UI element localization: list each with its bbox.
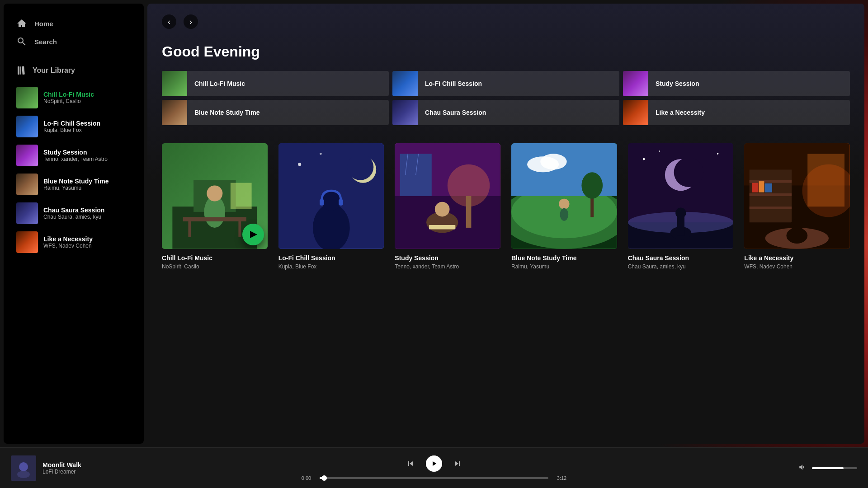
playlist-item-lofi[interactable]: Lo-Fi Chill Session Kupla, Blue Fox [11, 112, 137, 141]
svg-point-53 [659, 150, 660, 151]
svg-rect-1 [20, 66, 21, 75]
playlist-thumb-necessity [16, 231, 38, 253]
volume-fill [812, 467, 844, 469]
svg-rect-49 [677, 217, 684, 236]
player-center: 0:00 3:12 [146, 455, 722, 481]
now-playing-thumb [11, 455, 36, 481]
play-triangle [833, 235, 840, 242]
card-sub-chau: Chau Saura, amies, kyu [628, 263, 734, 270]
player-controls [406, 455, 462, 472]
playlist-thumb-chau [16, 202, 38, 224]
svg-point-51 [642, 158, 645, 160]
player-bar: Moonlit Walk LoFi Dreamer [0, 447, 868, 488]
quick-thumb-chau [392, 100, 418, 125]
card-name-lofi: Lo-Fi Chill Session [278, 254, 384, 262]
prev-button[interactable] [406, 459, 415, 468]
quick-thumb-necessity [623, 100, 648, 125]
card-art-bluenote [511, 143, 617, 249]
back-button[interactable]: ‹ [162, 14, 176, 29]
svg-rect-59 [750, 180, 792, 183]
back-icon: ‹ [168, 17, 170, 27]
playlist-name-chill: Chill Lo-Fi Music [43, 91, 131, 98]
quick-item-chill[interactable]: Chill Lo-Fi Music [162, 71, 389, 96]
forward-button[interactable]: › [184, 14, 198, 29]
svg-point-69 [19, 462, 28, 471]
svg-rect-60 [750, 193, 792, 196]
playlist-artists-necessity: WFS, Nadev Cohen [43, 243, 131, 249]
nav-search-label: Search [34, 38, 57, 46]
player-right [722, 463, 857, 473]
playlist-thumb-lofi [16, 116, 38, 137]
cards-grid: Chill Lo-Fi Music NoSpirit, Caslio [162, 143, 850, 270]
playlist-name-necessity: Like a Necessity [43, 235, 131, 243]
progress-dot [321, 475, 327, 481]
play-triangle [716, 235, 723, 242]
quick-grid: Chill Lo-Fi Music Lo-Fi Chill Session St… [162, 71, 850, 125]
prev-icon [406, 459, 415, 468]
card-lofi[interactable]: Lo-Fi Chill Session Kupla, Blue Fox [278, 143, 384, 270]
svg-rect-64 [765, 183, 772, 192]
volume-track[interactable] [812, 467, 857, 469]
quick-thumb-study [623, 71, 648, 96]
svg-rect-2 [22, 66, 25, 75]
svg-point-39 [559, 199, 569, 209]
card-art-study [395, 143, 500, 249]
total-time: 3:12 [554, 475, 570, 481]
quick-item-lofi[interactable]: Lo-Fi Chill Session [392, 71, 619, 96]
svg-rect-9 [188, 221, 191, 237]
card-play-chill[interactable] [242, 224, 264, 245]
svg-point-67 [787, 228, 808, 244]
card-chill[interactable]: Chill Lo-Fi Music NoSpirit, Caslio [162, 143, 268, 270]
svg-point-14 [320, 153, 322, 155]
playlist-item-study[interactable]: Study Session Tenno, xander, Team Astro [11, 141, 137, 170]
play-pause-button[interactable] [426, 455, 442, 472]
nav-home-label: Home [34, 20, 53, 28]
nav-home[interactable]: Home [11, 14, 137, 33]
svg-rect-10 [238, 221, 241, 237]
nav-search[interactable]: Search [11, 33, 137, 51]
current-time: 0:00 [298, 475, 314, 481]
card-art-chill [162, 143, 268, 249]
card-necessity[interactable]: Like a Necessity WFS, Nadev Cohen [744, 143, 850, 270]
playlist-thumb-chill [16, 87, 38, 108]
card-name-study: Study Session [395, 254, 500, 262]
svg-point-18 [347, 154, 373, 180]
play-triangle [599, 235, 607, 242]
progress-bar-container: 0:00 3:12 [298, 475, 570, 481]
quick-thumb-lofi [392, 71, 418, 96]
nav-items: Home Search [4, 14, 144, 51]
quick-item-necessity[interactable]: Like a Necessity [623, 100, 850, 125]
card-sub-lofi: Kupla, Blue Fox [278, 263, 384, 270]
svg-point-52 [717, 153, 719, 155]
card-art-lofi [278, 143, 384, 249]
card-chau[interactable]: Chau Saura Session Chau Saura, amies, ky… [628, 143, 734, 270]
quick-item-chau[interactable]: Chau Saura Session [392, 100, 619, 125]
playlist-artists-study: Tenno, xander, Team Astro [43, 156, 131, 162]
library-header: Your Library [11, 61, 137, 80]
quick-label-lofi: Lo-Fi Chill Session [418, 80, 489, 87]
quick-label-study: Study Session [648, 80, 706, 87]
quick-item-study[interactable]: Study Session [623, 71, 850, 96]
next-button[interactable] [453, 459, 462, 468]
forward-icon: › [189, 17, 192, 27]
svg-point-13 [298, 163, 301, 166]
playlist-thumb-study [16, 145, 38, 166]
playlist-item-bluenote[interactable]: Blue Note Study Time Raimu, Yasumu [11, 170, 137, 199]
card-sub-study: Tenno, xander, Team Astro [395, 263, 500, 270]
playlist-name-lofi: Lo-Fi Chill Session [43, 120, 131, 127]
card-bluenote[interactable]: Blue Note Study Time Raimu, Yasumu [511, 143, 617, 270]
playlist-name-chau: Chau Saura Session [43, 206, 131, 214]
quick-item-bluenote[interactable]: Blue Note Study Time [162, 100, 389, 125]
card-art-necessity [744, 143, 850, 249]
svg-point-42 [581, 172, 603, 198]
progress-track[interactable] [320, 477, 548, 479]
library-label: Your Library [33, 66, 75, 75]
playlist-item-chau[interactable]: Chau Saura Session Chau Saura, amies, ky… [11, 199, 137, 228]
card-study[interactable]: Study Session Tenno, xander, Team Astro [395, 143, 500, 270]
playlist-item-necessity[interactable]: Like a Necessity WFS, Nadev Cohen [11, 228, 137, 257]
playlist-item-chill[interactable]: Chill Lo-Fi Music NoSpirit, Caslio [11, 83, 137, 112]
svg-point-46 [674, 158, 703, 187]
card-art-chau [628, 143, 734, 249]
play-triangle [250, 231, 257, 238]
card-sub-necessity: WFS, Nadev Cohen [744, 263, 850, 270]
